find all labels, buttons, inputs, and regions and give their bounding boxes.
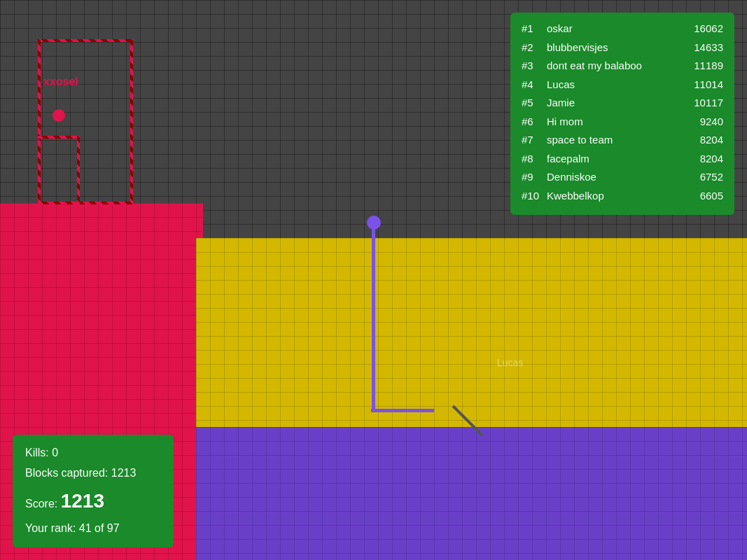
- blocks-stat: Blocks captured: 1213: [25, 463, 161, 484]
- player-label-lucas: Lucas: [497, 357, 523, 368]
- player-border-inner-v: [77, 136, 80, 206]
- trail-purple-horizontal: [371, 409, 434, 412]
- player-border-inner-h: [38, 136, 80, 139]
- leaderboard-rows: #1 oskar 16062 #2 blubbervisjes 14633 #3…: [522, 21, 723, 204]
- lb-score: 8204: [681, 151, 723, 167]
- leaderboard-row: #3 dont eat my balaboo 11189: [522, 58, 723, 74]
- lb-score: 6605: [681, 188, 723, 204]
- player-border-top: [38, 39, 133, 42]
- player-border-right: [130, 39, 133, 204]
- lb-name: Kwebbelkop: [547, 188, 681, 204]
- lb-name: blubbervisjes: [547, 40, 681, 56]
- lb-score: 6752: [681, 169, 723, 186]
- lb-score: 16062: [681, 21, 723, 37]
- player-dot-red: [53, 109, 65, 122]
- leaderboard-row: #6 Hi mom 9240: [522, 114, 723, 130]
- lb-rank: #4: [522, 77, 547, 93]
- lb-score: 11014: [681, 77, 723, 93]
- lb-rank: #10: [522, 188, 547, 204]
- lb-name: Lucas: [547, 77, 681, 93]
- rank-stat: Your rank: 41 of 97: [25, 519, 161, 539]
- lb-name: Hi mom: [547, 114, 681, 130]
- leaderboard-row: #2 blubbervisjes 14633: [522, 40, 723, 56]
- lb-score: 8204: [681, 132, 723, 148]
- territory-purple: [196, 427, 747, 560]
- kills-stat: Kills: 0: [25, 443, 161, 463]
- leaderboard-panel: #1 oskar 16062 #2 blubbervisjes 14633 #3…: [510, 13, 734, 215]
- territory-yellow: [196, 238, 747, 427]
- lb-score: 14633: [681, 40, 723, 56]
- lb-name: oskar: [547, 21, 681, 37]
- leaderboard-row: #9 Denniskoe 6752: [522, 169, 723, 186]
- player-name-label: xxosel: [43, 76, 78, 88]
- lb-rank: #6: [522, 114, 547, 130]
- trail-purple-vertical: [372, 223, 375, 412]
- leaderboard-row: #1 oskar 16062: [522, 21, 723, 37]
- stats-panel: Kills: 0 Blocks captured: 1213 Score: 12…: [13, 435, 174, 547]
- lb-rank: #3: [522, 58, 547, 74]
- lb-rank: #9: [522, 169, 547, 186]
- lb-rank: #2: [522, 40, 547, 56]
- lb-rank: #8: [522, 151, 547, 167]
- score-value: 1213: [61, 490, 104, 512]
- lb-rank: #7: [522, 132, 547, 148]
- leaderboard-row: #8 facepalm 8204: [522, 151, 723, 167]
- lb-score: 9240: [681, 114, 723, 130]
- lb-name: dont eat my balaboo: [547, 58, 681, 74]
- lb-name: facepalm: [547, 151, 681, 167]
- score-stat: Score: 1213: [25, 484, 161, 519]
- lb-score: 10117: [681, 95, 723, 111]
- leaderboard-row: #7 space to team 8204: [522, 132, 723, 148]
- lb-name: Denniskoe: [547, 169, 681, 186]
- leaderboard-row: #4 Lucas 11014: [522, 77, 723, 93]
- leaderboard-row: #10 Kwebbelkop 6605: [522, 188, 723, 204]
- player-border-left: [38, 39, 41, 204]
- leaderboard-row: #5 Jamie 10117: [522, 95, 723, 111]
- lb-rank: #1: [522, 21, 547, 37]
- lb-score: 11189: [681, 58, 723, 74]
- lb-rank: #5: [522, 95, 547, 111]
- player-border-bottom: [38, 202, 133, 204]
- lb-name: Jamie: [547, 95, 681, 111]
- score-label: Score:: [25, 498, 57, 510]
- lb-name: space to team: [547, 132, 681, 148]
